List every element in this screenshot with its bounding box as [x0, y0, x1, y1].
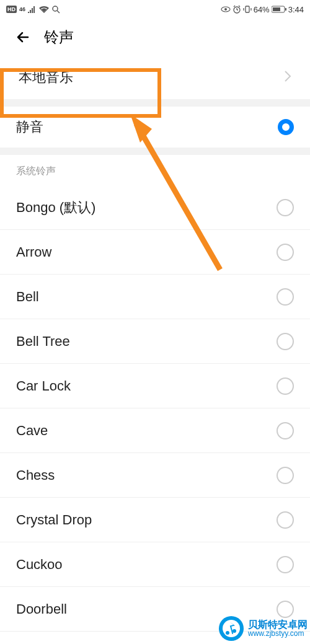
svg-point-0 — [53, 6, 58, 11]
system-ringtones-header: 系统铃声 — [0, 155, 310, 185]
lte-icon: 46 — [19, 6, 25, 12]
svg-point-20 — [232, 629, 236, 633]
radio-empty-icon[interactable] — [277, 511, 294, 529]
silent-label: 静音 — [16, 118, 43, 136]
divider — [0, 99, 310, 107]
ringtone-label: Doorbell — [16, 601, 67, 617]
ringtone-row[interactable]: Cuckoo — [0, 542, 310, 587]
silent-row[interactable]: 静音 — [0, 107, 310, 148]
section-divider: 系统铃声 — [0, 148, 310, 185]
status-bar: HD 46 64% 3:44 — [0, 0, 310, 19]
svg-line-8 — [239, 6, 240, 7]
clock-time: 3:44 — [288, 5, 304, 14]
ringtone-label: Crystal Drop — [16, 512, 92, 528]
ringtone-row[interactable]: Cave — [0, 408, 310, 453]
ringtone-row[interactable]: Bell Tree — [0, 319, 310, 364]
watermark-text: 贝斯特安卓网 www.zjbstyy.com — [248, 619, 308, 638]
ringtone-row[interactable]: Bongo (默认) — [0, 185, 310, 230]
wifi-icon — [39, 6, 49, 13]
ringtone-label: Bongo (默认) — [16, 198, 95, 217]
svg-line-1 — [57, 11, 60, 13]
svg-rect-9 — [246, 6, 249, 12]
ringtone-label: Bell — [16, 289, 39, 305]
watermark-url: www.zjbstyy.com — [248, 630, 308, 638]
status-right: 64% 3:44 — [221, 5, 304, 14]
battery-icon — [272, 6, 286, 13]
ringtone-label: Bell Tree — [16, 333, 70, 350]
ringtone-label: Chess — [16, 467, 55, 483]
svg-rect-14 — [285, 8, 286, 11]
ringtone-label: Car Lock — [16, 378, 71, 394]
ringtone-label: Cuckoo — [16, 557, 63, 573]
radio-empty-icon[interactable] — [277, 333, 294, 350]
radio-empty-icon[interactable] — [277, 556, 294, 573]
hd-icon: HD — [6, 6, 17, 13]
radio-empty-icon[interactable] — [277, 244, 294, 261]
search-icon — [51, 5, 60, 14]
svg-point-3 — [224, 8, 227, 11]
chevron-right-icon — [284, 70, 291, 86]
radio-empty-icon[interactable] — [277, 467, 294, 484]
watermark-title: 贝斯特安卓网 — [248, 619, 308, 630]
ringtone-row[interactable]: Car Lock — [0, 364, 310, 408]
radio-selected-icon[interactable] — [278, 119, 294, 135]
watermark: 贝斯特安卓网 www.zjbstyy.com — [218, 615, 308, 642]
local-music-label: 本地音乐 — [19, 68, 73, 87]
ringtone-label: Cave — [16, 423, 48, 439]
ringtone-row[interactable]: Bell — [0, 275, 310, 319]
alarm-icon — [232, 5, 241, 14]
ringtone-row[interactable]: Crystal Drop — [0, 498, 310, 542]
ringtone-row[interactable]: Chess — [0, 453, 310, 498]
eye-icon — [221, 6, 231, 12]
radio-empty-icon[interactable] — [277, 377, 294, 395]
ringtone-label: Arrow — [16, 244, 51, 260]
radio-empty-icon[interactable] — [277, 422, 294, 439]
svg-line-7 — [234, 6, 235, 7]
ringtone-row[interactable]: Arrow — [0, 230, 310, 275]
radio-empty-icon[interactable] — [277, 199, 294, 216]
watermark-logo-icon — [218, 615, 244, 642]
page-title: 铃声 — [44, 27, 74, 47]
svg-point-19 — [226, 631, 229, 635]
page-header: 铃声 — [0, 19, 310, 56]
back-arrow-icon[interactable] — [16, 29, 32, 45]
radio-empty-icon[interactable] — [277, 288, 294, 306]
signal-icon — [28, 6, 37, 13]
svg-rect-13 — [273, 7, 280, 11]
ringtone-list: Bongo (默认) Arrow Bell Bell Tree Car Lock… — [0, 185, 310, 632]
battery-percent: 64% — [254, 5, 270, 14]
vibrate-icon — [243, 5, 252, 14]
local-music-row[interactable]: 本地音乐 — [0, 56, 310, 99]
status-left: HD 46 — [6, 5, 60, 14]
